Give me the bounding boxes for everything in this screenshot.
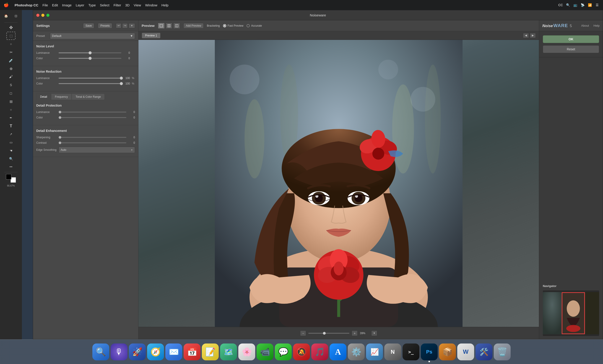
menu-photoshop[interactable]: Photoshop CC: [15, 3, 38, 7]
prev-preview-button[interactable]: ◀: [523, 33, 529, 38]
reduction-color-slider[interactable]: [59, 83, 121, 84]
brush-tool[interactable]: 🖌: [6, 73, 15, 81]
settings-dropdown[interactable]: ▼: [129, 23, 135, 28]
dock-notes[interactable]: 📝: [202, 343, 219, 360]
menu-select[interactable]: Select: [100, 3, 109, 7]
preview-tab-1[interactable]: Preview 1: [142, 33, 161, 38]
dock-facetime[interactable]: 📹: [256, 343, 273, 360]
pen-tool[interactable]: ✒: [6, 114, 15, 122]
vertical-split-button[interactable]: [173, 23, 180, 29]
menu-type[interactable]: Type: [88, 3, 96, 7]
gradient-tool[interactable]: ▤: [6, 97, 15, 105]
dodge-tool[interactable]: ○: [6, 105, 15, 114]
zoom-slider[interactable]: [308, 333, 349, 334]
presets-button[interactable]: Presets: [98, 23, 112, 28]
maximize-button[interactable]: [46, 14, 49, 17]
dock-compressor[interactable]: 📦: [439, 343, 456, 360]
eyedropper-tool[interactable]: 💉: [6, 56, 15, 65]
crop-frame-icon[interactable]: ⊡: [12, 12, 21, 20]
dock-dnd[interactable]: 🔕: [293, 343, 310, 360]
menu-3d[interactable]: 3D: [125, 3, 129, 7]
dock-photoshop[interactable]: Ps: [421, 343, 438, 360]
dock-calendar[interactable]: 📅: [184, 343, 200, 360]
dock-sysprefs[interactable]: ⚙️: [348, 343, 365, 360]
dock-maps[interactable]: 🗺️: [220, 343, 237, 360]
help-link[interactable]: Help: [593, 24, 600, 27]
navigator-image[interactable]: [543, 290, 599, 336]
dock-siri[interactable]: 🎙: [111, 343, 128, 360]
dock-trash[interactable]: 🗑️: [494, 343, 511, 360]
fast-preview-radio-dot[interactable]: [223, 24, 226, 27]
search-icon[interactable]: 🔍: [566, 3, 570, 7]
move-tool[interactable]: ✥: [6, 23, 15, 32]
dock-appstore[interactable]: A: [330, 343, 347, 360]
more-tools[interactable]: •••: [6, 163, 15, 171]
dock-word[interactable]: W: [457, 343, 474, 360]
zoom-out-button[interactable]: −: [300, 331, 306, 336]
noise-color-slider[interactable]: [59, 58, 121, 59]
de-contrast-slider[interactable]: [59, 142, 126, 143]
shape-tool[interactable]: ▭: [6, 138, 15, 146]
accurate-radio-dot[interactable]: [246, 24, 250, 27]
dp-color-slider[interactable]: [59, 117, 126, 118]
dock-safari[interactable]: 🧭: [147, 343, 164, 360]
cast-icon[interactable]: 📡: [580, 3, 585, 7]
menu-window[interactable]: Window: [145, 3, 157, 7]
crop-tool[interactable]: ✂: [6, 48, 15, 56]
path-select-tool[interactable]: ↗: [6, 130, 15, 138]
stamp-tool[interactable]: S: [6, 81, 15, 89]
home-icon[interactable]: 🏠: [1, 12, 11, 20]
noise-luminance-slider[interactable]: [59, 52, 121, 53]
marquee-tool[interactable]: ⬚: [6, 32, 15, 40]
de-sharpening-slider[interactable]: [59, 137, 126, 138]
preset-select[interactable]: Default ▼: [50, 33, 135, 39]
next-preview-button[interactable]: ▶: [530, 33, 536, 38]
menu-layer[interactable]: Layer: [76, 3, 84, 7]
close-button[interactable]: [36, 14, 39, 17]
dock-stocks[interactable]: 📈: [366, 343, 383, 360]
tab-detail[interactable]: Detail: [36, 94, 51, 100]
menu-edit[interactable]: Edit: [52, 3, 58, 7]
dock-launchpad[interactable]: 🚀: [129, 343, 146, 360]
menu-filter[interactable]: Filter: [114, 3, 121, 7]
menu-file[interactable]: File: [42, 3, 48, 7]
ok-button[interactable]: OK: [543, 35, 599, 43]
edge-smoothing-select[interactable]: Auto ▼: [59, 147, 135, 153]
dock-noiseware[interactable]: N: [384, 343, 401, 360]
hand-tool[interactable]: ☚: [6, 146, 15, 155]
heal-tool[interactable]: ⊕: [6, 65, 15, 73]
split-view-button[interactable]: [166, 23, 173, 29]
add-preview-button[interactable]: Add Preview: [183, 23, 204, 28]
reduction-luminance-slider[interactable]: [59, 78, 121, 78]
redo-button[interactable]: ↪: [122, 23, 128, 28]
dock-photos[interactable]: 🌸: [238, 343, 255, 360]
menu-view[interactable]: View: [134, 3, 141, 7]
dock-messages[interactable]: 💬: [275, 343, 292, 360]
eraser-tool[interactable]: ◻: [6, 89, 15, 97]
zoom-tool[interactable]: 🔍: [6, 155, 15, 163]
undo-button[interactable]: ↩: [116, 23, 121, 28]
dock-music[interactable]: 🎵: [311, 343, 328, 360]
single-view-button[interactable]: [158, 23, 165, 29]
tab-tonal[interactable]: Tonal & Color Range: [72, 94, 105, 100]
screen-icon[interactable]: 📺: [573, 3, 578, 7]
tab-frequency[interactable]: Frequency: [51, 94, 72, 100]
apple-menu[interactable]: 🍎: [4, 2, 9, 8]
menu-image[interactable]: Image: [62, 3, 72, 7]
menu-help[interactable]: Help: [162, 3, 169, 7]
foreground-color-swatch[interactable]: [6, 174, 12, 179]
minimize-button[interactable]: [41, 14, 45, 17]
about-link[interactable]: About: [581, 24, 589, 27]
reset-button[interactable]: Reset: [543, 45, 599, 53]
type-tool[interactable]: T: [6, 122, 15, 130]
dock-mail[interactable]: ✉️: [165, 343, 182, 360]
dp-luminance-slider[interactable]: [59, 112, 126, 112]
zoom-dropdown[interactable]: ▼: [371, 331, 377, 336]
dock-terminal[interactable]: >_: [403, 343, 419, 360]
save-button[interactable]: Save: [83, 23, 94, 28]
lasso-tool[interactable]: ○: [6, 40, 15, 48]
zoom-in-button[interactable]: +: [352, 331, 358, 336]
list-icon[interactable]: ☰: [595, 3, 599, 7]
dock-finder[interactable]: 🔍: [92, 343, 109, 360]
dock-xcode[interactable]: 🛠️: [475, 343, 492, 360]
